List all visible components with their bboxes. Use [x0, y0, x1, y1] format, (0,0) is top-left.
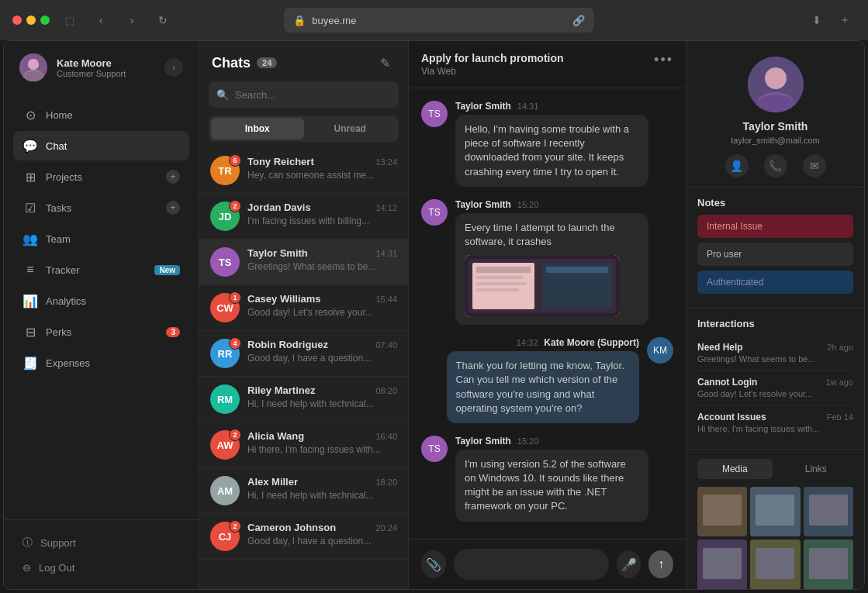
chat-item[interactable]: CJ 2 Cameron Johnson 20:24 Good day, I h… [199, 514, 408, 560]
attachment-button[interactable]: 📎 [421, 550, 446, 578]
sidebar-item-label-analytics: Analytics [46, 295, 86, 307]
interactions-section: Interactions Need Help 2h ago Greetings!… [686, 309, 864, 450]
chat-item[interactable]: TR 6 Tony Reichert 13:24 Hey, can someon… [199, 148, 408, 194]
tab-media[interactable]: Media [697, 459, 773, 479]
profile-phone-button[interactable]: 📞 [764, 154, 787, 178]
chat-preview: Hi, I need help with technical... [247, 398, 397, 409]
chat-avatar: RR 4 [210, 339, 240, 368]
chat-item[interactable]: TS Taylor Smith 14:31 Greetings! What se… [199, 240, 408, 285]
chat-preview: Good day, I have a question... [247, 353, 397, 364]
tab-links[interactable]: Links [779, 459, 854, 479]
support-item[interactable]: ⓘ Support [13, 529, 189, 556]
interaction-item[interactable]: Cannot Login 1w ago Good day! Let's reso… [697, 371, 853, 405]
media-thumbnail[interactable] [750, 540, 800, 589]
sidebar-item-tracker[interactable]: ≡ Tracker New [13, 255, 189, 284]
add-projects[interactable]: + [166, 170, 180, 184]
chat-name: Cameron Johnson [247, 522, 336, 533]
chat-item[interactable]: RR 4 Robin Rodriguez 07:40 Good day, I h… [199, 331, 408, 377]
voice-button[interactable]: 🎤 [617, 550, 641, 578]
badge-tracker: New [154, 265, 180, 275]
close-button[interactable] [12, 16, 22, 25]
profile-person-button[interactable]: 👤 [725, 154, 749, 178]
chat-input[interactable] [454, 549, 609, 580]
chat-info: Casey Williams 15:44 Good day! Let's res… [247, 293, 397, 318]
forward-button[interactable]: › [121, 9, 143, 31]
media-thumbnail[interactable] [804, 487, 853, 536]
media-thumbnail[interactable] [804, 540, 853, 589]
chat-avatar: TS [210, 247, 240, 277]
sidebar: Kate Moore Customer Support ‹ ⊙ Home 💬 C… [4, 41, 199, 589]
send-button[interactable]: ↑ [648, 550, 673, 578]
sidebar-item-perks[interactable]: ⊟ Perks 3 [13, 317, 189, 346]
chat-name: Riley Martinez [247, 384, 315, 396]
chat-item[interactable]: AW 2 Alicia Wang 16:40 Hi there, I'm fac… [199, 422, 408, 468]
new-tab-button[interactable]: ＋ [834, 9, 856, 31]
profile-actions: 👤 📞 ✉ [699, 154, 852, 178]
search-icon: 🔍 [216, 89, 229, 101]
search-bar[interactable]: 🔍 [209, 81, 399, 108]
browser-chrome: ⬚ ‹ › ↻ 🔒 buyee.me 🔗 ⬇ ＋ [0, 0, 868, 40]
search-input[interactable] [235, 89, 391, 101]
tracker-icon: ≡ [22, 262, 38, 278]
note-tag-authenticated[interactable]: Authenticated [697, 271, 853, 294]
compose-button[interactable]: ✎ [374, 52, 396, 74]
media-thumbnail[interactable] [750, 487, 800, 536]
sidebar-item-label-chat: Chat [46, 140, 67, 152]
chat-avatar: CW 1 [210, 293, 240, 322]
more-options-button[interactable]: ••• [654, 52, 673, 68]
svg-rect-8 [476, 267, 531, 273]
minimize-button[interactable] [26, 16, 36, 25]
sidebar-collapse-button[interactable]: ‹ [164, 58, 183, 77]
interaction-item[interactable]: Account Issues Feb 14 Hi there, I'm faci… [697, 405, 853, 440]
message-bubble: Hello, I'm having some trouble with a pi… [455, 115, 648, 187]
chat-item[interactable]: RM Riley Martinez 08:20 Hi, I need help … [199, 377, 408, 422]
tab-unread[interactable]: Unread [304, 118, 397, 140]
back-button[interactable]: ‹ [90, 9, 112, 31]
download-button[interactable]: ⬇ [806, 9, 828, 31]
refresh-button[interactable]: ↻ [152, 9, 174, 31]
chat-preview: Hey, can someone assist me... [247, 170, 397, 181]
sidebar-item-home[interactable]: ⊙ Home [13, 100, 189, 129]
chat-main: Apply for launch promotion Via Web ••• T… [409, 41, 686, 589]
sidebar-toggle-button[interactable]: ⬚ [59, 9, 81, 31]
add-tasks[interactable]: + [166, 201, 180, 215]
chat-info: Taylor Smith 14:31 Greetings! What seems… [247, 247, 397, 272]
interactions-title: Interactions [697, 318, 853, 329]
sidebar-item-label-perks: Perks [46, 326, 71, 338]
logout-item[interactable]: ⊖ Log Out [13, 556, 189, 580]
note-tag-pro[interactable]: Pro user [697, 243, 853, 266]
chat-badge: 2 [229, 429, 241, 441]
tasks-icon: ☑ [22, 200, 38, 215]
interaction-time: 2h ago [827, 343, 853, 352]
sidebar-header: Kate Moore Customer Support ‹ [4, 41, 199, 94]
sidebar-item-analytics[interactable]: 📊 Analytics [13, 286, 189, 315]
chat-preview: Hi, I need help with technical... [247, 490, 397, 501]
sidebar-item-tasks[interactable]: ☑ Tasks + [13, 193, 189, 222]
note-tag-internal[interactable]: Internal Issue [697, 215, 853, 238]
sidebar-item-projects[interactable]: ⊞ Projects + [13, 162, 189, 191]
sidebar-item-chat[interactable]: 💬 Chat [13, 131, 189, 160]
chat-item[interactable]: AM Alex Miller 18:20 Hi, I need help wit… [199, 468, 408, 514]
message-content: Kate Moore (Support) 14:32 Thank you for… [447, 337, 640, 423]
maximize-button[interactable] [40, 16, 50, 25]
chat-item[interactable]: CW 1 Casey Williams 15:44 Good day! Let'… [199, 285, 408, 331]
sidebar-item-expenses[interactable]: 🧾 Expenses [13, 348, 189, 378]
chat-name: Alex Miller [247, 476, 298, 488]
profile-mail-button[interactable]: ✉ [803, 154, 826, 178]
browser-right-controls: ⬇ ＋ [806, 9, 856, 31]
interaction-preview: Good day! Let's resolve your... [697, 389, 853, 398]
chat-preview: Good day, I have a question... [247, 536, 397, 546]
sidebar-item-team[interactable]: 👥 Team [13, 224, 189, 253]
chat-info: Alex Miller 18:20 Hi, I need help with t… [247, 476, 397, 501]
chat-list-panel: Chats 24 ✎ 🔍 Inbox Unread TR 6 Tony Reic… [199, 41, 409, 589]
address-bar[interactable]: 🔒 buyee.me 🔗 [284, 8, 594, 33]
team-icon: 👥 [22, 231, 38, 247]
chat-item[interactable]: JD 2 Jordan Davis 14:12 I'm facing issue… [199, 194, 408, 240]
tab-inbox[interactable]: Inbox [211, 118, 304, 140]
message-content: Taylor Smith 14:31 Hello, I'm having som… [455, 101, 648, 187]
interaction-item[interactable]: Need Help 2h ago Greetings! What seems t… [697, 336, 853, 371]
sidebar-item-label-tasks: Tasks [46, 202, 71, 214]
media-thumbnail[interactable] [697, 540, 747, 589]
link-icon: 🔗 [572, 15, 585, 26]
media-thumbnail[interactable] [697, 487, 747, 536]
